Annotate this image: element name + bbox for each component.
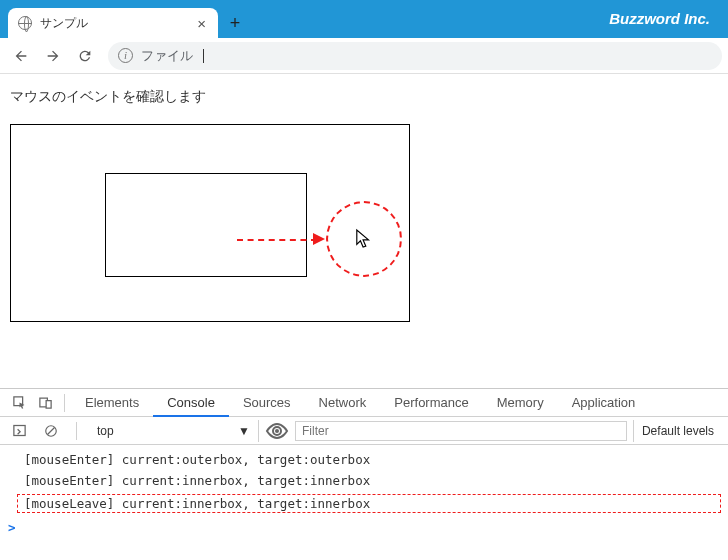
tab-performance[interactable]: Performance — [380, 389, 482, 417]
info-icon: i — [118, 48, 133, 63]
inspect-icon — [12, 395, 27, 410]
svg-line-5 — [48, 427, 55, 434]
log-levels-select[interactable]: Default levels — [633, 420, 722, 442]
cursor-arrow-icon — [355, 228, 373, 253]
clear-icon — [44, 424, 58, 438]
tab-console[interactable]: Console — [153, 389, 229, 417]
devtools-tabs: Elements Console Sources Network Perform… — [0, 389, 728, 417]
window-titlebar: Buzzword Inc. サンプル × + — [0, 0, 728, 38]
live-expression-button[interactable] — [265, 419, 289, 443]
page-heading: マウスのイベントを確認します — [10, 88, 718, 106]
globe-icon — [18, 16, 32, 30]
clear-console-button[interactable] — [38, 418, 64, 444]
context-label: top — [97, 424, 114, 438]
tab-sources[interactable]: Sources — [229, 389, 305, 417]
outer-box[interactable] — [10, 124, 410, 322]
tab-memory[interactable]: Memory — [483, 389, 558, 417]
console-filter-input[interactable] — [295, 421, 627, 441]
console-prompt[interactable]: > — [0, 516, 728, 539]
annotation-arrow-head — [313, 233, 325, 245]
console-output: [mouseEnter] current:outerbox, target:ou… — [0, 445, 728, 560]
separator — [76, 422, 77, 440]
reload-icon — [77, 48, 93, 64]
devtools-panel: Elements Console Sources Network Perform… — [0, 388, 728, 560]
inspect-element-button[interactable] — [6, 390, 32, 416]
console-log-line: [mouseEnter] current:innerbox, target:in… — [0, 470, 728, 491]
brand-label: Buzzword Inc. — [609, 10, 710, 27]
browser-navbar: i ファイル — [0, 38, 728, 74]
tab-elements[interactable]: Elements — [71, 389, 153, 417]
tab-application[interactable]: Application — [558, 389, 650, 417]
eye-icon — [265, 419, 289, 443]
url-label: ファイル — [141, 47, 193, 65]
arrow-left-icon — [13, 48, 29, 64]
console-log-line: [mouseEnter] current:outerbox, target:ou… — [0, 449, 728, 470]
text-caret — [203, 49, 204, 63]
svg-point-6 — [275, 429, 279, 433]
device-toolbar-button[interactable] — [32, 390, 58, 416]
reload-button[interactable] — [70, 41, 100, 71]
sidebar-toggle-icon — [12, 423, 27, 438]
page-content: マウスのイベントを確認します — [0, 74, 728, 336]
back-button[interactable] — [6, 41, 36, 71]
annotation-arrow-shaft — [237, 239, 317, 241]
inner-box[interactable] — [105, 173, 307, 277]
browser-tab[interactable]: サンプル × — [8, 8, 218, 38]
new-tab-button[interactable]: + — [222, 10, 248, 36]
separator — [64, 394, 65, 412]
url-field[interactable]: i ファイル — [108, 42, 722, 70]
tab-network[interactable]: Network — [305, 389, 381, 417]
console-sidebar-toggle[interactable] — [6, 418, 32, 444]
execution-context-select[interactable]: top ▼ — [89, 420, 259, 442]
forward-button[interactable] — [38, 41, 68, 71]
console-toolbar: top ▼ Default levels — [0, 417, 728, 445]
close-icon[interactable]: × — [195, 15, 208, 32]
chevron-down-icon: ▼ — [238, 424, 250, 438]
arrow-right-icon — [45, 48, 61, 64]
console-log-line-highlighted: [mouseLeave] current:innerbox, target:in… — [16, 493, 722, 514]
svg-rect-2 — [46, 401, 51, 409]
tab-title: サンプル — [40, 15, 187, 32]
device-icon — [38, 395, 53, 410]
